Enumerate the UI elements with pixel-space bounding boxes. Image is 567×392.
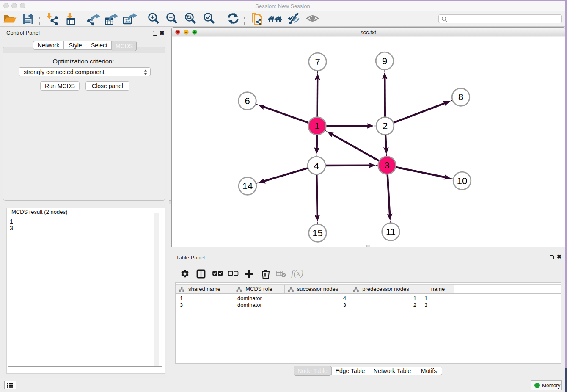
svg-text:9: 9 xyxy=(382,56,387,66)
svg-text:8: 8 xyxy=(458,92,463,102)
svg-text:1: 1 xyxy=(314,121,319,131)
svg-text:6: 6 xyxy=(245,96,250,106)
svg-text:4: 4 xyxy=(314,160,319,171)
svg-text:11: 11 xyxy=(386,226,396,237)
svg-text:3: 3 xyxy=(384,160,389,171)
svg-text:15: 15 xyxy=(312,228,322,238)
svg-text:2: 2 xyxy=(383,121,388,131)
svg-text:7: 7 xyxy=(315,57,320,67)
svg-text:10: 10 xyxy=(457,176,467,186)
svg-text:14: 14 xyxy=(242,181,253,191)
